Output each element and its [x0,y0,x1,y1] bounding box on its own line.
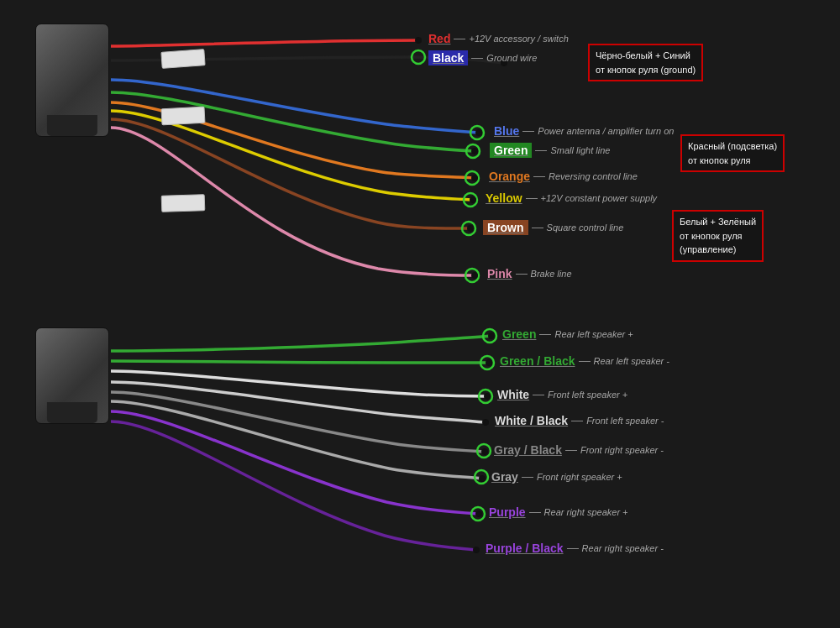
wire-label-orange: Orange Reversing control line [489,170,638,183]
wire-name-blue: Blue [494,124,519,138]
wire-desc-white: Front left speaker + [548,390,627,400]
wire-label-green-black: Green / Black Rear left speaker - [500,354,669,368]
wire-desc-black: Ground wire [486,53,537,63]
wire-name-green-small: Green [490,143,532,158]
wire-desc-red: +12V accessory / switch [469,34,568,44]
wire-desc-pink: Brake line [531,269,572,279]
wire-desc-purple: Rear right speaker + [544,507,628,517]
wire-label-purple: Purple Rear right speaker + [489,505,628,519]
wire-desc-green-black: Rear left speaker - [594,356,669,366]
annotation-brown-control: Белый + Зелёныйот кнопок руля(управление… [672,210,764,262]
wire-label-purple-black: Purple / Black Rear right speaker - [486,542,664,555]
wire-desc-green-rear-plus: Rear left speaker + [554,329,633,339]
wire-name-gray-black: Gray / Black [494,443,562,457]
wire-name-brown: Brown [483,220,528,235]
annotation-black-ground: Чёрно-белый + Синийот кнопок руля (groun… [588,44,703,81]
wire-desc-gray-black: Front right speaker - [580,445,664,455]
wire-name-white-black: White / Black [495,414,568,427]
wire-desc-white-black: Front left speaker - [586,416,664,426]
wire-desc-yellow: +12V constant power supply [541,193,658,203]
wire-label-blue: Blue Power antenna / amplifier turn on [494,124,674,138]
wire-label-brown: Brown Square control line [483,220,623,235]
wire-label-white-black: White / Black Front left speaker - [495,414,664,427]
wire-label-gray-black: Gray / Black Front right speaker - [494,443,664,457]
wire-name-black: Black [428,50,468,65]
wire-name-white: White [497,388,529,401]
wire-name-orange: Orange [489,170,530,183]
wire-name-purple-black: Purple / Black [486,542,564,555]
wire-name-gray: Gray [491,470,518,484]
wire-desc-purple-black: Rear right speaker - [582,543,664,553]
wire-label-green-rear-plus: Green Rear left speaker + [502,327,633,341]
wire-desc-green-small: Small light line [550,145,610,155]
wire-desc-brown: Square control line [547,222,624,233]
wire-name-yellow: Yellow [486,191,522,205]
wire-label-yellow: Yellow +12V constant power supply [486,191,657,205]
annotation-green-light: Красный (подсветка)от кнопок руля [680,134,785,172]
wire-label-green-small: Green Small light line [490,143,610,158]
wire-desc-gray: Front right speaker + [537,472,622,482]
wire-desc-blue: Power antenna / amplifier turn on [538,126,674,136]
wire-label-pink: Pink Brake line [487,267,572,280]
wire-label-gray: Gray Front right speaker + [491,470,622,484]
wire-label-black: Black Ground wire [428,50,537,65]
wire-name-green-black: Green / Black [500,354,575,368]
wire-desc-orange: Reversing control line [549,171,638,181]
wire-label-red: Red +12V accessory / switch [428,32,569,45]
wire-name-green-rear-plus: Green [502,327,536,341]
wire-name-purple: Purple [489,505,526,519]
wire-name-red: Red [428,32,450,45]
wire-name-pink: Pink [487,267,512,280]
labels-container: Red +12V accessory / switch Black Ground… [0,0,840,628]
wire-label-white: White Front left speaker + [497,388,627,401]
